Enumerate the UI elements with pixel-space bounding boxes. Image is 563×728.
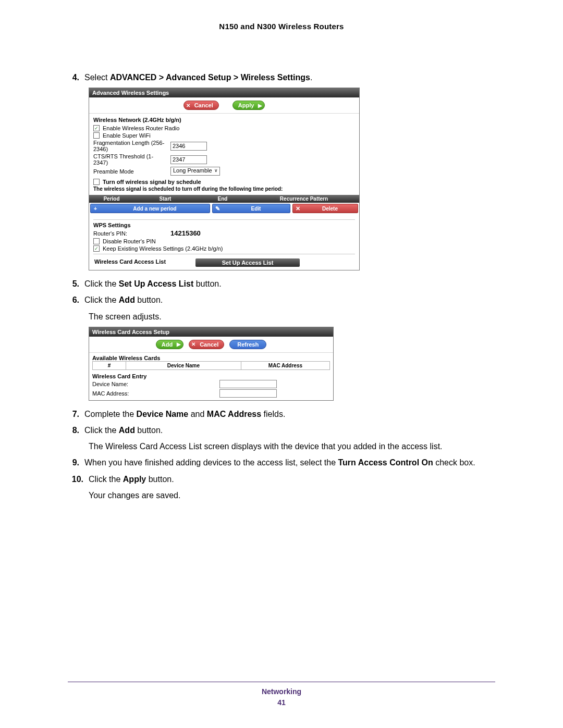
content: 4. Select ADVANCED > Advanced Setup > Wi… <box>0 31 563 501</box>
wps-section: WPS Settings Router's PIN: 14215360 Disa… <box>89 214 359 270</box>
button-label: Refresh <box>230 341 266 348</box>
button-label: Add <box>156 341 175 348</box>
step-10: 10. Click the Apply button. <box>68 473 495 485</box>
add-button[interactable]: Add ▶ <box>156 340 183 349</box>
col-period: Period <box>89 196 134 202</box>
step-9: 9. When you have finished adding devices… <box>68 456 495 468</box>
checkbox-label: Keep Existing Wireless Settings (2.4GHz … <box>103 245 223 252</box>
panel-title: Wireless Card Access Setup <box>89 327 333 337</box>
footer-divider <box>68 682 495 682</box>
checkbox-label: Disable Router's PIN <box>103 238 156 244</box>
step-number: 10. <box>68 473 89 485</box>
th-mac-address: MAC Address <box>241 362 329 369</box>
button-label: Edit <box>222 206 290 212</box>
schedule-buttons: + Add a new period ✎ Edit ✕ Delete <box>89 203 359 214</box>
arrow-right-icon: ▶ <box>175 341 183 347</box>
text-bold: Set Up Access List <box>119 279 193 288</box>
step-6: 6. Click the Add button. <box>68 294 495 306</box>
step-number: 6. <box>68 294 84 306</box>
section-label: Wireless Card Entry <box>92 373 330 379</box>
page-header: N150 and N300 Wireless Routers <box>0 0 563 31</box>
step-number: 4. <box>68 71 84 83</box>
step-body: Click the Apply button. <box>89 473 495 485</box>
setup-access-list-button[interactable]: Set Up Access List <box>195 258 300 267</box>
router-pin-value: 14215360 <box>170 229 201 237</box>
access-list-label: Wireless Card Access List <box>93 258 195 265</box>
th-number: # <box>93 362 126 369</box>
text: button. <box>193 279 221 288</box>
mac-address-input[interactable] <box>219 389 277 398</box>
access-list-row: Wireless Card Access List Set Up Access … <box>93 256 355 267</box>
step-4: 4. Select ADVANCED > Advanced Setup > Wi… <box>68 71 495 83</box>
text: Select <box>84 73 110 82</box>
button-label: Set Up Access List <box>222 260 274 266</box>
col-recurrence: Recurrence Pattern <box>249 196 359 202</box>
step-body: Select ADVANCED > Advanced Setup > Wirel… <box>84 71 495 83</box>
schedule-desc: The wireless signal is scheduled to turn… <box>93 186 355 192</box>
edit-button[interactable]: ✎ Edit <box>212 204 290 213</box>
text: fields. <box>261 410 285 418</box>
text: button. <box>135 426 163 435</box>
text: . <box>310 73 312 82</box>
footer-page-number: 41 <box>0 697 563 708</box>
close-icon: ✕ <box>184 103 192 108</box>
button-label: Delete <box>302 206 358 212</box>
step-8-note: The Wireless Card Access List screen dis… <box>89 440 495 452</box>
apply-button[interactable]: Apply ▶ <box>232 101 265 110</box>
step-10-note: Your changes are saved. <box>89 489 495 501</box>
pencil-icon: ✎ <box>213 205 222 212</box>
field-label: Device Name: <box>92 381 146 387</box>
device-name-input[interactable] <box>219 380 277 388</box>
step-body: Click the Add button. <box>84 424 495 436</box>
button-label: Add a new period <box>100 206 210 212</box>
text: When you have finished adding devices to… <box>84 458 338 467</box>
page-footer: Networking 41 <box>0 686 563 708</box>
arrow-right-icon: ▶ <box>256 103 264 108</box>
cancel-button[interactable]: ✕ Cancel <box>183 101 219 110</box>
close-icon: ✕ <box>189 341 198 347</box>
th-device-name: Device Name <box>126 362 241 369</box>
step-5: 5. Click the Set Up Access List button. <box>68 278 495 290</box>
add-period-button[interactable]: + Add a new period <box>90 204 210 213</box>
step-body: Click the Add button. <box>84 294 495 306</box>
step-body: Click the Set Up Access List button. <box>84 278 495 290</box>
checkbox-super-wifi[interactable] <box>93 132 100 139</box>
cts-input[interactable] <box>170 155 207 164</box>
button-row: Add ▶ ✕ Cancel Refresh <box>89 337 333 353</box>
field-label: MAC Address: <box>92 390 146 397</box>
field-label: CTS/RTS Threshold (1-2347) <box>93 153 167 166</box>
text-bold: Apply <box>123 475 146 484</box>
text-bold: Turn Access Control On <box>338 458 433 467</box>
screenshot-advanced-wireless: Advanced Wireless Settings ✕ Cancel Appl… <box>89 88 360 270</box>
fragmentation-input[interactable] <box>170 142 207 151</box>
text: and <box>188 410 207 418</box>
cancel-button[interactable]: ✕ Cancel <box>189 340 224 349</box>
field-label: Preamble Mode <box>93 168 167 175</box>
footer-section: Networking <box>0 686 563 697</box>
step-number: 9. <box>68 456 84 468</box>
field-label: Router's PIN: <box>93 230 167 237</box>
text: button. <box>135 295 163 304</box>
checkbox-disable-pin[interactable] <box>93 238 100 244</box>
col-start: Start <box>134 196 197 202</box>
screenshot-card-access-setup: Wireless Card Access Setup Add ▶ ✕ Cance… <box>89 327 334 401</box>
table-header: # Device Name MAC Address <box>92 361 330 370</box>
text-bold: MAC Address <box>207 410 261 418</box>
step-body: Complete the Device Name and MAC Address… <box>84 408 495 420</box>
step-7: 7. Complete the Device Name and MAC Addr… <box>68 408 495 420</box>
text: Click the <box>84 279 119 288</box>
plus-icon: + <box>91 205 100 212</box>
step-number: 5. <box>68 278 84 290</box>
checkbox-keep-existing[interactable]: ✓ <box>93 245 100 252</box>
button-label: Apply <box>233 102 256 108</box>
delete-button[interactable]: ✕ Delete <box>292 204 358 213</box>
checkbox-router-radio[interactable]: ✓ <box>93 125 100 131</box>
checkbox-turnoff-schedule[interactable] <box>93 179 100 185</box>
preamble-select[interactable]: Long Preamble <box>170 167 220 176</box>
step-8: 8. Click the Add button. <box>68 424 495 436</box>
text: button. <box>146 475 174 484</box>
refresh-button[interactable]: Refresh <box>229 340 266 349</box>
section-label: Available Wireless Cards <box>92 355 330 361</box>
text-bold: Device Name <box>137 410 189 418</box>
col-end: End <box>197 196 249 202</box>
